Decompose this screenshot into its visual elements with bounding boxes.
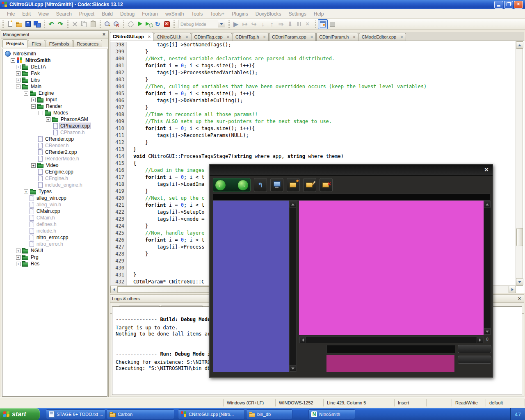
expand-icon[interactable]: +	[16, 262, 21, 266]
tree-item-cphazon-h[interactable]: CPhazon.h	[2, 129, 107, 136]
close-icon[interactable]: ×	[514, 1, 523, 9]
code-line[interactable]: 406 tags[i]->DoVariableCulling();	[110, 98, 516, 105]
collapse-icon[interactable]: −	[39, 111, 43, 115]
code-text[interactable]: //Time to reconcile all those params!!	[132, 112, 258, 119]
expand-icon[interactable]: +	[16, 78, 21, 82]
build-and-run-button[interactable]	[144, 20, 153, 29]
tree-item-cphazon-cpp[interactable]: CPhazon.cpp	[2, 123, 107, 129]
tab-cdtmltag-h[interactable]: CDtmlTag.h×	[233, 33, 269, 41]
taskbar-button-cnitrogui-cpp-nitro[interactable]: CNitroGUI.cpp [Nitro...	[178, 409, 245, 419]
menu-build[interactable]: Build	[98, 10, 116, 18]
scroll-right-icon[interactable]	[477, 337, 483, 343]
code-text[interactable]: tags[i]->ReconcileParams(NULL);	[132, 132, 249, 139]
menu-debug[interactable]: Debug	[116, 10, 138, 18]
expand-icon[interactable]: +	[16, 249, 21, 253]
tree-item-libs[interactable]: +Libs	[2, 77, 107, 83]
code-line[interactable]: 409 //This ALSO sets up the sur-pointers…	[110, 119, 516, 126]
code-text[interactable]: {	[132, 160, 136, 167]
undo-button[interactable]: ↶	[47, 20, 56, 29]
collapse-icon[interactable]: −	[16, 84, 21, 89]
code-line[interactable]: 401 for(int i = 0; i < tags.size(); i++)…	[110, 63, 516, 70]
tab-cdtmlparam-h[interactable]: CDtmlParam.h×	[316, 33, 358, 41]
scroll-up-icon[interactable]	[290, 201, 296, 208]
code-text[interactable]: }	[132, 272, 136, 279]
abort-button[interactable]	[162, 20, 171, 29]
expand-icon[interactable]: +	[16, 71, 21, 76]
menu-tools[interactable]: Tools+	[206, 10, 228, 18]
tree-item-nitrosmith[interactable]: NitroSmith	[2, 50, 107, 57]
menu-settings[interactable]: Settings	[285, 10, 310, 18]
open-file-button[interactable]	[14, 20, 23, 29]
tree-item-alleg-win-cpp[interactable]: alleg_win.cpp	[2, 195, 107, 201]
tree-item-include-h[interactable]: include.h	[2, 228, 107, 234]
scroll-right-icon[interactable]	[509, 286, 516, 293]
secondary-button[interactable]	[458, 356, 491, 364]
code-text[interactable]: CDtmlParam* CNitroGUI::C	[132, 279, 204, 286]
code-text[interactable]: tags[i]->SetupCo	[132, 209, 204, 216]
tree-item-nitro-error-cpp[interactable]: nitro_error.cpp	[2, 234, 107, 241]
tree-item-phazonasm[interactable]: +PhazonASM	[2, 116, 107, 123]
code-text[interactable]: tags[i]->SortNamedTags();	[132, 42, 231, 49]
code-text[interactable]: for(int i = 0; i < t	[132, 174, 204, 181]
find-button[interactable]	[103, 20, 112, 29]
tree-item-delta[interactable]: +DELTA	[2, 64, 107, 70]
code-line[interactable]: 404 //Then, culling of variables that ha…	[110, 84, 516, 91]
tree-item-crender2-cpp[interactable]: CRender2.cpp	[2, 149, 107, 155]
file-list-scrollbar[interactable]	[484, 201, 491, 335]
expand-icon[interactable]: +	[46, 117, 50, 122]
replace-button[interactable]	[112, 20, 121, 29]
menu-tools[interactable]: Tools	[187, 10, 206, 18]
close-tab-icon[interactable]: ×	[400, 34, 403, 39]
close-tab-icon[interactable]: ×	[185, 34, 188, 39]
code-line[interactable]: 403 }	[110, 77, 516, 84]
dialog-close-icon[interactable]: ×	[480, 165, 493, 175]
tree-item-crender-cpp[interactable]: CRender.cpp	[2, 136, 107, 142]
tree-item-render[interactable]: −Render	[2, 103, 107, 110]
code-text[interactable]: tags[i]->ProcessNestedVariables();	[132, 70, 258, 77]
menu-doxyblocks[interactable]: DoxyBlocks	[252, 10, 285, 18]
new-folder-button[interactable]	[287, 178, 300, 192]
restore-icon[interactable]	[504, 1, 513, 9]
code-text[interactable]: void CNitroGUI::ProcessTagsStage7(string…	[132, 153, 344, 160]
new-file-button[interactable]	[5, 20, 14, 29]
close-tab-icon[interactable]: ×	[148, 34, 151, 39]
tree-item-prg[interactable]: +Prg	[2, 254, 107, 260]
code-line[interactable]: 402 tags[i]->ProcessNestedVariables();	[110, 70, 516, 77]
tab-fsymbols[interactable]: FSymbols	[46, 40, 73, 47]
tree-item-nitro-error-h[interactable]: nitro_error.h	[2, 241, 107, 247]
debug-continue-button[interactable]: ▶	[231, 20, 240, 29]
code-text[interactable]: //Load in the images	[132, 167, 204, 174]
code-text[interactable]: for(int i = 0; i < tags.size(); i++){	[132, 91, 255, 98]
tab-projects[interactable]: Projects	[2, 39, 27, 48]
back-icon[interactable]: ←	[215, 180, 226, 191]
tree-item-crender-h[interactable]: CRender.h	[2, 142, 107, 149]
menu-file[interactable]: File	[3, 10, 18, 18]
code-text[interactable]	[132, 265, 133, 272]
tab-files[interactable]: Files	[28, 40, 45, 47]
tree-item-ngui[interactable]: +NGUI	[2, 247, 107, 254]
taskbar-button-bin-db[interactable]: bin_db	[246, 409, 292, 419]
tree-item-video[interactable]: +Video	[2, 162, 107, 169]
build-target-select[interactable]: Debug Mode	[178, 20, 225, 28]
code-text[interactable]	[132, 258, 133, 265]
tab-cnitrogui-cpp[interactable]: CNitroGUI.cpp×	[110, 32, 153, 41]
tree-item-include-engine-h[interactable]: include_engine.h	[2, 182, 107, 188]
code-text[interactable]: //Next, set up the c	[132, 195, 204, 202]
code-line[interactable]: 399 }	[110, 49, 516, 56]
tree-item-irendermode-h[interactable]: IRenderMode.h	[2, 155, 107, 162]
tree-item-engine[interactable]: −Engine	[2, 90, 107, 96]
code-line[interactable]: 405 for(int i = 0; i < tags.size(); i++)…	[110, 91, 516, 98]
taskbar-button-nitrosmith[interactable]: NNitroSmith	[308, 409, 355, 419]
collapse-icon[interactable]: −	[31, 104, 36, 109]
confirm-button[interactable]	[458, 345, 491, 353]
taskbar-button-carbon[interactable]: Carbon	[107, 409, 174, 419]
expand-icon[interactable]: +	[16, 65, 21, 69]
tree-item-modes[interactable]: −Modes	[2, 110, 107, 116]
close-tab-icon[interactable]: ×	[353, 34, 355, 39]
tree-item-cengine-cpp[interactable]: CEngine.cpp	[2, 169, 107, 175]
tree-item-cengine-h[interactable]: CEngine.h	[2, 175, 107, 182]
chevron-down-icon[interactable]	[218, 21, 225, 27]
code-line[interactable]: 407 }	[110, 105, 516, 112]
code-text[interactable]: tags[i]->cmode =	[132, 216, 204, 223]
code-text[interactable]: tags[i]->DoVariableCulling();	[132, 98, 243, 105]
